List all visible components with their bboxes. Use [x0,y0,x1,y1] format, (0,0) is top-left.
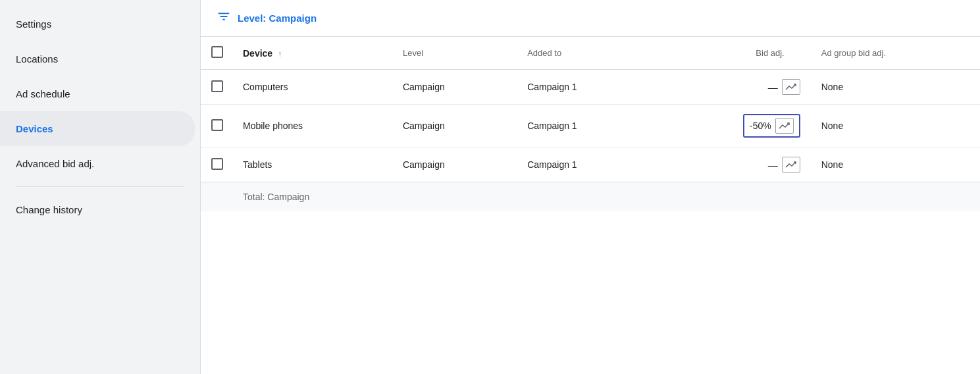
sidebar: Settings Locations Ad schedule Devices A… [0,0,201,374]
filter-icon [217,9,231,27]
table-wrap: Device ↑ Level Added to Bid adj. Ad grou… [201,37,980,374]
bid-chart-icon-mobile [775,118,794,134]
cell-level-mobile: Campaign [392,105,517,147]
header-bid-adj: Bid adj. [656,37,810,70]
sort-arrow-icon[interactable]: ↑ [278,49,282,59]
header-device: Device ↑ [232,37,392,70]
header-checkbox[interactable] [211,46,223,58]
bid-highlight-mobile[interactable]: -50% [743,114,800,138]
filter-label: Level: Campaign [238,13,317,24]
sidebar-item-advanced-bid[interactable]: Advanced bid adj. [0,146,195,181]
cell-ad-group-bid-computers: None [811,70,980,105]
cell-bid-adj-computers[interactable]: — [656,70,810,105]
total-row: Total: Campaign [201,182,980,212]
filter-bar: Level: Campaign [201,0,980,37]
cell-added-to-mobile: Campaign 1 [517,105,656,147]
header-checkbox-cell [201,37,232,70]
bid-chart-icon-computers[interactable] [782,79,800,95]
main-content: Level: Campaign Device ↑ Level [201,0,980,374]
row-checkbox-mobile[interactable] [211,119,223,131]
sidebar-item-locations[interactable]: Locations [0,41,195,76]
cell-ad-group-bid-mobile: None [811,105,980,147]
cell-level-tablets: Campaign [392,147,517,182]
total-label: Total: Campaign [232,182,980,212]
cell-added-to-tablets: Campaign 1 [517,147,656,182]
sidebar-divider [16,186,184,187]
table-row: Computers Campaign Campaign 1 — [201,70,980,105]
cell-ad-group-bid-tablets: None [811,147,980,182]
sidebar-item-devices[interactable]: Devices [0,111,195,146]
table-row: Mobile phones Campaign Campaign 1 -50% [201,105,980,147]
row-checkbox-computers[interactable] [211,80,223,92]
cell-bid-adj-tablets[interactable]: — [656,147,810,182]
row-checkbox-tablets[interactable] [211,158,223,170]
cell-device-tablets: Tablets [232,147,392,182]
bid-dash-computers: — [768,82,778,93]
cell-level-computers: Campaign [392,70,517,105]
bid-value-mobile: -50% [750,120,771,131]
row-checkbox-cell-computers [201,70,232,105]
cell-device-mobile: Mobile phones [232,105,392,147]
table-header-row: Device ↑ Level Added to Bid adj. Ad grou… [201,37,980,70]
row-checkbox-cell-tablets [201,147,232,182]
cell-device-computers: Computers [232,70,392,105]
cell-added-to-computers: Campaign 1 [517,70,656,105]
row-checkbox-cell-mobile [201,105,232,147]
header-ad-group-bid: Ad group bid adj. [811,37,980,70]
sidebar-item-ad-schedule[interactable]: Ad schedule [0,76,195,111]
cell-bid-adj-mobile[interactable]: -50% [656,105,810,147]
total-checkbox-spacer [201,182,232,212]
sidebar-item-change-history[interactable]: Change history [0,192,195,227]
table-row: Tablets Campaign Campaign 1 — [201,147,980,182]
sidebar-item-settings[interactable]: Settings [0,7,195,41]
bid-dash-tablets: — [768,159,778,171]
devices-table: Device ↑ Level Added to Bid adj. Ad grou… [201,37,980,211]
header-level: Level [392,37,517,70]
header-added-to: Added to [517,37,656,70]
bid-chart-icon-tablets[interactable] [782,157,800,173]
